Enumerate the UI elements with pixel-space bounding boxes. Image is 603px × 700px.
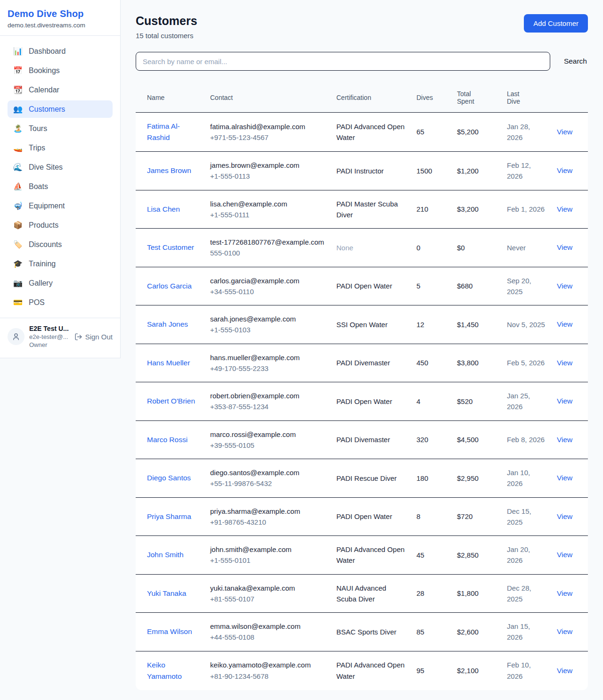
sign-out-button[interactable]: Sign Out <box>74 333 113 341</box>
customer-phone: +81-90-1234-5678 <box>210 671 325 682</box>
island-icon: 🏝️ <box>13 124 23 133</box>
sidebar-item-label: Calendar <box>29 86 59 94</box>
sidebar-item-discounts[interactable]: 🏷️ Discounts <box>8 236 113 253</box>
customer-last-dive: Feb 12, 2026 <box>507 161 531 180</box>
view-customer-link[interactable]: View <box>557 436 572 444</box>
customer-certification: PADI Advanced Open Water <box>336 123 405 141</box>
customer-certification: PADI Advanced Open Water <box>336 545 405 564</box>
view-customer-link[interactable]: View <box>557 397 572 405</box>
page-header: Customers 15 total customers Add Custome… <box>136 14 588 40</box>
sidebar-item-training[interactable]: 🎓 Training <box>8 255 113 272</box>
sidebar-item-calendar[interactable]: 📆 Calendar <box>8 81 113 99</box>
view-customer-link[interactable]: View <box>557 474 572 482</box>
diving-mask-icon: 🤿 <box>13 201 23 210</box>
customer-dives: 210 <box>416 205 428 213</box>
sidebar-item-bookings[interactable]: 📅 Bookings <box>8 62 113 79</box>
customer-phone: +81-555-0107 <box>210 593 325 604</box>
customer-name-link[interactable]: Robert O'Brien <box>147 397 195 405</box>
column-header: Dives <box>411 83 451 113</box>
table-row: Marco Rossi marco.rossi@example.com+39-5… <box>136 420 588 459</box>
customer-name-link[interactable]: Fatima Al-Rashid <box>147 122 180 141</box>
customer-name-link[interactable]: Hans Mueller <box>147 359 190 367</box>
customer-name-link[interactable]: Sarah Jones <box>147 320 188 328</box>
sidebar-item-equipment[interactable]: 🤿 Equipment <box>8 197 113 214</box>
customer-name-link[interactable]: Diego Santos <box>147 474 191 482</box>
user-name: E2E Test U... <box>29 325 70 332</box>
user-role: Owner <box>29 341 70 348</box>
page-title: Customers <box>136 14 197 28</box>
sidebar-item-label: Training <box>29 260 56 268</box>
view-customer-link[interactable]: View <box>557 551 572 559</box>
column-header: Certification <box>331 83 411 113</box>
view-customer-link[interactable]: View <box>557 359 572 367</box>
customer-last-dive: Jan 20, 2026 <box>507 545 530 564</box>
customer-total-spent: $1,450 <box>457 321 479 329</box>
view-customer-link[interactable]: View <box>557 589 572 597</box>
view-customer-link[interactable]: View <box>557 627 572 635</box>
customer-certification: PADI Master Scuba Diver <box>336 200 398 219</box>
customer-dives: 45 <box>416 551 424 559</box>
customer-dives: 450 <box>416 359 428 367</box>
sidebar-item-dashboard[interactable]: 📊 Dashboard <box>8 42 113 60</box>
customer-name-link[interactable]: Emma Wilson <box>147 627 192 635</box>
customer-name-link[interactable]: Carlos Garcia <box>147 282 192 290</box>
customer-total-spent: $3,200 <box>457 205 479 213</box>
people-icon: 👥 <box>13 105 23 114</box>
customer-name-link[interactable]: James Brown <box>147 166 191 174</box>
customer-email: emma.wilson@example.com <box>210 621 325 632</box>
customer-phone: +49-170-555-2233 <box>210 363 325 374</box>
customer-total-spent: $1,800 <box>457 589 479 597</box>
customers-table-card: NameContactCertificationDivesTotal Spent… <box>136 83 588 690</box>
customer-email: james.brown@example.com <box>210 160 325 171</box>
customer-phone: +44-555-0108 <box>210 632 325 642</box>
customer-total-spent: $2,850 <box>457 551 479 559</box>
search-button[interactable]: Search <box>563 54 588 68</box>
sidebar-item-label: Gallery <box>29 279 53 288</box>
customer-name-link[interactable]: Lisa Chen <box>147 205 180 213</box>
customer-dives: 95 <box>416 667 424 675</box>
customer-phone: +39-555-0105 <box>210 440 325 451</box>
search-input[interactable] <box>136 52 550 71</box>
sidebar-item-customers[interactable]: 👥 Customers <box>8 100 113 118</box>
customer-last-dive: Nov 5, 2025 <box>507 321 545 329</box>
view-customer-link[interactable]: View <box>557 205 572 213</box>
sidebar-item-gallery[interactable]: 📷 Gallery <box>8 274 113 292</box>
search-bar: Search <box>136 52 588 71</box>
view-customer-link[interactable]: View <box>557 166 572 174</box>
sidebar-item-dive-sites[interactable]: 🌊 Dive Sites <box>8 158 113 176</box>
column-header: Last Dive <box>501 83 551 113</box>
customer-total-spent: $3,800 <box>457 359 479 367</box>
view-customer-link[interactable]: View <box>557 282 572 290</box>
customer-name-link[interactable]: Marco Rossi <box>147 436 187 444</box>
add-customer-button[interactable]: Add Customer <box>524 14 588 33</box>
customer-name-link[interactable]: Priya Sharma <box>147 512 191 520</box>
page-header-text: Customers 15 total customers <box>136 14 197 40</box>
customer-name-link[interactable]: Yuki Tanaka <box>147 589 186 597</box>
customer-certification: PADI Divemaster <box>336 436 390 444</box>
customer-name-link[interactable]: John Smith <box>147 551 184 559</box>
view-customer-link[interactable]: View <box>557 243 572 251</box>
customer-name-link[interactable]: Test Customer <box>147 243 194 251</box>
sidebar-item-trips[interactable]: 🚤 Trips <box>8 139 113 156</box>
view-customer-link[interactable]: View <box>557 128 572 136</box>
customer-email: robert.obrien@example.com <box>210 390 325 401</box>
customer-last-dive: Dec 28, 2025 <box>507 584 531 603</box>
customer-name-link[interactable]: Keiko Yamamoto <box>147 661 182 680</box>
sidebar-item-pos[interactable]: 💳 POS <box>8 294 113 311</box>
customer-email: lisa.chen@example.com <box>210 198 325 209</box>
customer-email: test-1772681807767@example.com <box>210 237 325 247</box>
view-customer-link[interactable]: View <box>557 320 572 328</box>
customer-dives: 65 <box>416 128 424 136</box>
camera-icon: 📷 <box>13 279 23 288</box>
view-customer-link[interactable]: View <box>557 667 572 675</box>
table-row: Sarah Jones sarah.jones@example.com+1-55… <box>136 305 588 344</box>
customer-certification: PADI Rescue Diver <box>336 474 397 482</box>
customer-phone: +1-555-0103 <box>210 324 325 335</box>
sidebar-item-boats[interactable]: ⛵ Boats <box>8 178 113 195</box>
customer-certification: PADI Instructor <box>336 167 384 175</box>
sidebar-item-tours[interactable]: 🏝️ Tours <box>8 120 113 137</box>
shop-name: Demo Dive Shop <box>8 8 113 19</box>
customer-last-dive: Dec 15, 2025 <box>507 507 531 526</box>
view-customer-link[interactable]: View <box>557 512 572 520</box>
sidebar-item-products[interactable]: 📦 Products <box>8 216 113 234</box>
